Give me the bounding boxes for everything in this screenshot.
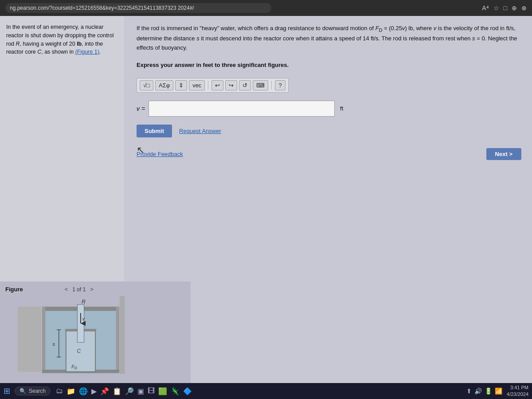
search-icon: 🔍 xyxy=(20,388,26,394)
page-content: In the event of an emergency, a nuclear … xyxy=(0,16,532,383)
submit-button[interactable]: Submit xyxy=(137,125,172,137)
taskbar-icon-3[interactable]: 🌐 xyxy=(79,387,88,395)
extensions-icon[interactable]: ⊕ xyxy=(512,4,517,12)
taskbar: ⊞ 🔍 Search 🗂 📁 🌐 ▶ 📌 📋 🔎 ▣ 🎞 🟩 🦎 🔷 ⬆ 🔊 🔋… xyxy=(0,383,532,399)
battery-icon[interactable]: 🔋 xyxy=(485,387,492,395)
systray: ⬆ 🔊 🔋 📶 xyxy=(466,387,502,395)
provide-feedback-button[interactable]: Provide Feedback xyxy=(137,151,183,157)
search-label: Search xyxy=(29,388,46,394)
taskbar-icon-1[interactable]: 🗂 xyxy=(56,387,63,395)
tab-icon[interactable]: □ xyxy=(504,4,507,12)
figure-nav: < 1 of 1 > xyxy=(63,286,95,293)
taskbar-icon-6[interactable]: 📋 xyxy=(113,387,121,395)
svg-text:s: s xyxy=(53,341,55,347)
taskbar-icon-9[interactable]: 🎞 xyxy=(148,387,155,395)
svg-text:R: R xyxy=(82,299,86,305)
refresh-icon: ↺ xyxy=(243,82,247,89)
bookmark-icon[interactable]: ☆ xyxy=(493,4,499,12)
help-btn[interactable]: ? xyxy=(275,80,285,90)
alpha-icon: AΣφ xyxy=(159,82,170,89)
sqrt-icon: √□ xyxy=(143,82,150,89)
taskbar-app-icons: 🗂 📁 🌐 ▶ 📌 📋 🔎 ▣ 🎞 🟩 🦎 🔷 xyxy=(56,387,192,395)
taskbar-icon-4[interactable]: ▶ xyxy=(91,387,97,395)
v-label: v = xyxy=(137,105,145,112)
start-button[interactable]: ⊞ xyxy=(4,386,10,396)
svg-rect-2 xyxy=(42,307,46,372)
figure-header: Figure < 1 of 1 > xyxy=(5,285,185,294)
time-display: 3:41 PM xyxy=(507,384,528,391)
svg-text:D: D xyxy=(74,366,77,370)
answer-input[interactable] xyxy=(149,101,335,117)
vec-label: vec xyxy=(192,82,201,89)
taskbar-icon-11[interactable]: 🦎 xyxy=(171,387,180,395)
help-icon: ? xyxy=(278,82,282,89)
font-size-icon[interactable]: A⁴ xyxy=(482,4,489,12)
express-label: Express your answer in feet to three sig… xyxy=(137,62,521,68)
svg-rect-18 xyxy=(18,307,41,372)
clock[interactable]: 3:41 PM 4/23/2024 xyxy=(507,384,528,398)
undo-btn[interactable]: ↩ xyxy=(211,80,223,90)
taskbar-icon-7[interactable]: 🔎 xyxy=(125,387,134,395)
problem-statement: In the event of an emergency, a nuclear … xyxy=(6,23,118,56)
reactor-figure: R v s C F D xyxy=(5,296,156,376)
figure-page: 1 of 1 xyxy=(72,286,86,293)
svg-rect-19 xyxy=(120,296,125,374)
svg-text:v: v xyxy=(82,317,85,321)
refresh-btn[interactable]: ↺ xyxy=(239,80,251,90)
svg-rect-3 xyxy=(116,307,120,372)
wifi-icon[interactable]: 📶 xyxy=(495,387,502,395)
svg-text:C: C xyxy=(77,348,81,354)
taskbar-icon-12[interactable]: 🔷 xyxy=(183,387,192,395)
taskbar-icon-2[interactable]: 📁 xyxy=(66,387,75,395)
left-panel: In the event of an emergency, a nuclear … xyxy=(0,16,124,383)
vec-btn[interactable]: vec xyxy=(189,80,205,90)
figure-prev-btn[interactable]: < xyxy=(63,286,70,293)
sqrt-btn[interactable]: √□ xyxy=(140,80,153,90)
figure-next-btn[interactable]: > xyxy=(88,286,95,293)
keyboard-btn[interactable]: ⌨ xyxy=(253,80,268,90)
taskbar-icon-8[interactable]: ▣ xyxy=(137,387,144,395)
alpha-btn[interactable]: AΣφ xyxy=(155,80,173,90)
sound-icon[interactable]: 🔊 xyxy=(474,387,482,395)
problem-description: If the rod is immersed in "heavy" water,… xyxy=(137,24,521,53)
taskbar-right: ⬆ 🔊 🔋 📶 3:41 PM 4/23/2024 xyxy=(466,384,528,398)
feedback-row: Provide Feedback Next > xyxy=(137,148,521,160)
buttons-row: Submit Request Answer xyxy=(137,125,521,137)
date-display: 4/23/2024 xyxy=(507,391,528,398)
search-bar[interactable]: 🔍 Search xyxy=(15,387,51,395)
undo-icon: ↩ xyxy=(215,82,220,89)
math-toolbar: √□ AΣφ ⇕ vec ↩ ↪ ↺ ⌨ xyxy=(137,78,289,93)
svg-rect-7 xyxy=(77,305,84,342)
url-bar[interactable]: ng.pearson.com/?courseld=125216558&key=3… xyxy=(5,3,271,13)
redo-icon: ↪ xyxy=(229,82,234,89)
next-button[interactable]: Next > xyxy=(486,148,521,160)
taskbar-icon-10[interactable]: 🟩 xyxy=(158,387,167,395)
figure-link[interactable]: (Figure 1) xyxy=(75,49,99,55)
keyboard-icon: ⌨ xyxy=(256,82,265,89)
figure-title: Figure xyxy=(5,285,23,294)
browser-bar: ng.pearson.com/?courseld=125216558&key=3… xyxy=(0,0,532,16)
redo-btn[interactable]: ↪ xyxy=(225,80,237,90)
menu-icon[interactable]: ⊗ xyxy=(521,4,527,12)
arrows-btn[interactable]: ⇕ xyxy=(175,80,187,90)
answer-row: v = ft xyxy=(137,101,521,117)
request-answer-button[interactable]: Request Answer xyxy=(179,128,221,134)
toolbar-sep2 xyxy=(271,81,272,90)
arrows-icon: ⇕ xyxy=(179,82,184,89)
network-icon[interactable]: ⬆ xyxy=(466,387,472,395)
toolbar-sep1 xyxy=(208,81,208,90)
browser-icons: A⁴ ☆ □ ⊕ ⊗ xyxy=(482,4,527,12)
taskbar-icon-5[interactable]: 📌 xyxy=(100,387,109,395)
unit-label: ft xyxy=(340,105,343,112)
